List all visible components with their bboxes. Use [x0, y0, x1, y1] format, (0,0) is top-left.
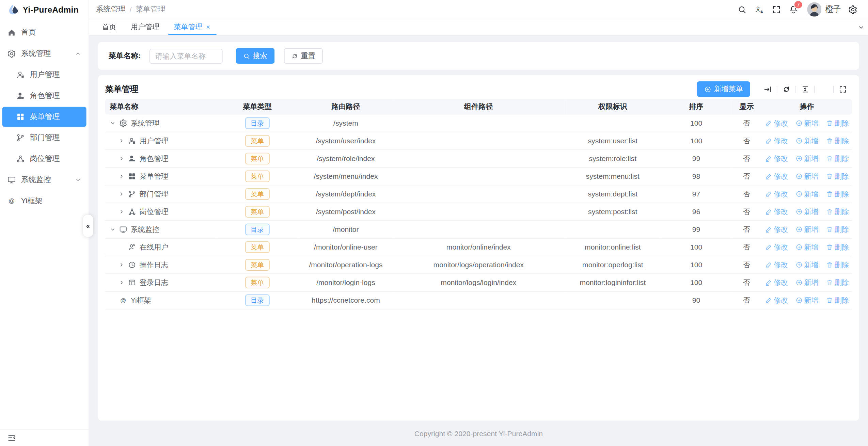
delete-action[interactable]: 删除 [826, 118, 849, 128]
chevron-right-icon[interactable] [119, 209, 125, 215]
refresh-icon[interactable] [782, 85, 790, 93]
tab-首页[interactable]: 首页 [95, 19, 124, 35]
edit-action[interactable]: 修改 [765, 260, 788, 270]
branch-icon [16, 133, 25, 142]
edit-action[interactable]: 修改 [765, 277, 788, 287]
cell-permission: system:role:list [564, 150, 661, 168]
add-action[interactable]: 新增 [795, 277, 818, 287]
chevron-right-icon[interactable] [119, 280, 125, 286]
density-icon[interactable] [801, 85, 809, 93]
sidebar-item-yi[interactable]: @Yi框架 [2, 191, 86, 211]
delete-action[interactable]: 删除 [826, 136, 849, 146]
delete-action[interactable]: 删除 [826, 260, 849, 270]
reset-button[interactable]: 重置 [284, 48, 322, 64]
add-action[interactable]: 新增 [795, 207, 818, 217]
delete-action[interactable]: 删除 [826, 207, 849, 217]
tab-用户管理[interactable]: 用户管理 [124, 19, 167, 35]
edit-action[interactable]: 修改 [765, 136, 788, 146]
settings-icon[interactable] [820, 85, 828, 93]
breadcrumb-separator: / [129, 5, 131, 13]
top-bar-tools: 文A 7 橙子 [733, 0, 862, 19]
sidebar-item-dept[interactable]: 部门管理 [2, 128, 86, 148]
user-check-icon [128, 243, 136, 251]
menu-fold-icon[interactable] [7, 433, 16, 442]
delete-action[interactable]: 删除 [826, 154, 849, 163]
add-menu-button[interactable]: 新增菜单 [697, 81, 750, 97]
edit-action[interactable]: 修改 [765, 295, 788, 305]
gear-icon [848, 5, 858, 14]
edit-action[interactable]: 修改 [765, 118, 788, 128]
add-action[interactable]: 新增 [795, 260, 818, 270]
add-action[interactable]: 新增 [795, 171, 818, 181]
menu-name: 系统监控 [131, 224, 160, 234]
arrow-bar-icon[interactable] [763, 85, 772, 93]
fullscreen-icon[interactable] [839, 85, 847, 93]
add-action[interactable]: 新增 [795, 295, 818, 305]
home-icon [7, 28, 16, 37]
cell-show: 否 [731, 274, 762, 291]
edit-action[interactable]: 修改 [765, 224, 788, 234]
cell-actions: 修改新增删除 [762, 168, 852, 185]
edit-action[interactable]: 修改 [765, 189, 788, 199]
menu-name: 登录日志 [140, 277, 169, 287]
sidebar-item-system[interactable]: 系统管理 [2, 44, 86, 64]
chevron-right-icon[interactable] [119, 173, 125, 179]
add-action[interactable]: 新增 [795, 154, 818, 163]
sidebar-item-label: 菜单管理 [30, 112, 60, 122]
chevron-right-icon[interactable] [119, 262, 125, 268]
sidebar-item-menu[interactable]: 菜单管理 [2, 107, 86, 127]
avatar[interactable] [807, 2, 821, 17]
edit-action[interactable]: 修改 [765, 242, 788, 252]
breadcrumb-item[interactable]: 系统管理 [96, 4, 126, 14]
cell-permission: monitor:logininfor:list [564, 274, 661, 291]
delete-action[interactable]: 删除 [826, 224, 849, 234]
add-action[interactable]: 新增 [795, 224, 818, 234]
delete-action[interactable]: 删除 [826, 242, 849, 252]
table-row: 菜单管理菜单/system/menu/indexsystem:menu:list… [105, 168, 852, 185]
notifications-button[interactable]: 7 [785, 0, 802, 19]
cell-menu-type: 目录 [216, 221, 299, 238]
chevron-right-icon[interactable] [119, 156, 125, 162]
close-icon[interactable] [205, 25, 211, 30]
search-button[interactable] [733, 0, 751, 19]
chevron-right-icon[interactable] [119, 191, 125, 197]
sidebar-item-post[interactable]: 岗位管理 [2, 149, 86, 169]
app-screen: Yi-PureAdmin 首页系统管理用户管理角色管理菜单管理部门管理岗位管理系… [0, 0, 868, 446]
translate-button[interactable]: 文A [751, 0, 768, 19]
sidebar-item-monitor[interactable]: 系统监控 [2, 170, 86, 190]
edit-action[interactable]: 修改 [765, 154, 788, 163]
delete-action[interactable]: 删除 [826, 295, 849, 305]
app-logo[interactable]: Yi-PureAdmin [0, 0, 89, 19]
sidebar-collapse-handle[interactable]: « [83, 215, 93, 237]
tab-菜单管理[interactable]: 菜单管理 [167, 19, 218, 35]
delete-action[interactable]: 删除 [826, 171, 849, 181]
type-badge: 菜单 [245, 188, 270, 200]
page-content: 菜单名称: 搜索 重置 菜单管理 新增 [89, 35, 868, 446]
add-action[interactable]: 新增 [795, 136, 818, 146]
edit-action[interactable]: 修改 [765, 207, 788, 217]
column-header: 操作 [762, 99, 852, 115]
username[interactable]: 橙子 [825, 4, 841, 14]
tabs-dropdown-button[interactable] [854, 19, 868, 35]
fullscreen-button[interactable] [768, 0, 785, 19]
edit-action[interactable]: 修改 [765, 171, 788, 181]
add-action[interactable]: 新增 [795, 189, 818, 199]
sidebar-item-user[interactable]: 用户管理 [2, 65, 86, 85]
cell-menu-type: 目录 [216, 115, 299, 132]
chevron-down-icon [857, 23, 865, 31]
menu-name-input[interactable] [149, 48, 222, 63]
chevron-down-icon[interactable] [110, 120, 116, 126]
delete-action[interactable]: 删除 [826, 277, 849, 287]
add-action[interactable]: 新增 [795, 242, 818, 252]
settings-button[interactable] [844, 0, 861, 19]
chevron-right-icon[interactable] [119, 138, 125, 144]
add-action[interactable]: 新增 [795, 118, 818, 128]
sidebar-item-role[interactable]: 角色管理 [2, 86, 86, 106]
delete-action[interactable]: 删除 [826, 189, 849, 199]
search-submit-button[interactable]: 搜索 [236, 48, 274, 64]
sidebar-item-home[interactable]: 首页 [2, 23, 86, 43]
sidebar-menu: 首页系统管理用户管理角色管理菜单管理部门管理岗位管理系统监控@Yi框架 [0, 19, 89, 429]
cell-component-path [393, 150, 565, 168]
chevron-down-icon[interactable] [110, 226, 116, 233]
cell-menu-name: @Yi框架 [105, 291, 216, 309]
